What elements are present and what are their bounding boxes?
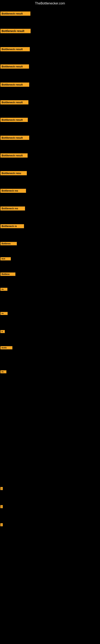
bottleneck-result-badge[interactable]: | bbox=[0, 523, 3, 526]
bottleneck-badge-container: B bbox=[0, 330, 5, 334]
bottleneck-badge-container: Bottle bbox=[0, 346, 12, 350]
bottleneck-badge-container: Bo bbox=[0, 370, 6, 374]
bottleneck-badge-container: Bottleneck result bbox=[0, 82, 29, 88]
bottleneck-badge-container: Bottleneck result bbox=[0, 29, 31, 34]
bottleneck-badge-container: Bottleneck result bbox=[0, 64, 29, 70]
bottleneck-result-badge[interactable]: Bo bbox=[0, 370, 6, 373]
bottleneck-result-badge[interactable]: Bottleneck result bbox=[0, 64, 29, 69]
bottleneck-result-badge[interactable]: B bbox=[0, 330, 5, 333]
bottleneck-badge-container: Bo bbox=[0, 288, 7, 292]
bottleneck-result-badge[interactable]: Bottleneck result bbox=[0, 82, 29, 87]
bottleneck-badge-container: Bottlenec bbox=[0, 242, 17, 246]
bottleneck-result-badge[interactable]: Bottleneck res bbox=[0, 206, 25, 210]
bottleneck-badge-container: Bottleneck result bbox=[0, 153, 28, 158]
bottleneck-badge-container: Bottlene bbox=[0, 272, 15, 277]
bottleneck-result-badge[interactable]: Bottleneck result bbox=[0, 136, 29, 140]
bottleneck-result-badge[interactable]: Bottle bbox=[0, 346, 12, 349]
bottleneck-badge-container: Bo bbox=[0, 312, 8, 316]
bottleneck-badge-container: Bottleneck res bbox=[0, 189, 26, 194]
bottleneck-badge-container: Bott bbox=[0, 257, 11, 261]
bottleneck-result-badge[interactable]: Bottleneck re bbox=[0, 224, 24, 228]
bottleneck-badge-container: Bottleneck result bbox=[0, 100, 28, 105]
bottleneck-result-badge[interactable]: Bottleneck result bbox=[0, 12, 30, 16]
bottleneck-result-badge[interactable]: Bottlenec bbox=[0, 242, 17, 245]
site-title: TheBottlenecker.com bbox=[0, 0, 100, 7]
bottleneck-badge-container: Bottleneck result bbox=[0, 118, 28, 123]
bottleneck-result-badge[interactable]: Bottleneck result bbox=[0, 153, 28, 158]
bottleneck-badge-container: | bbox=[0, 523, 3, 527]
bottleneck-badge-container: Bottleneck result bbox=[0, 12, 30, 16]
bottleneck-result-badge[interactable]: Bottlene bbox=[0, 272, 15, 276]
bottleneck-result-badge[interactable]: Bottleneck result bbox=[0, 118, 28, 122]
bottleneck-result-badge[interactable]: | bbox=[0, 487, 3, 490]
bottleneck-result-badge[interactable]: Bottleneck result bbox=[0, 100, 28, 104]
bottleneck-result-badge[interactable]: Bottleneck resu bbox=[0, 171, 27, 175]
bottleneck-badge-container: | bbox=[0, 487, 3, 491]
bottleneck-badge-container: Bottleneck resu bbox=[0, 171, 27, 176]
bottleneck-result-badge[interactable]: Bottleneck result bbox=[0, 47, 30, 51]
bottleneck-badge-container: Bottleneck result bbox=[0, 47, 30, 52]
bottleneck-badge-container: Bottleneck re bbox=[0, 224, 24, 229]
bottleneck-result-badge[interactable]: Bo bbox=[0, 312, 8, 315]
bottleneck-badge-container: Bottleneck res bbox=[0, 206, 25, 211]
bottleneck-badge-container: | bbox=[0, 505, 3, 509]
bottleneck-result-badge[interactable]: Bottleneck result bbox=[0, 29, 31, 33]
bottleneck-result-badge[interactable]: Bottleneck res bbox=[0, 189, 26, 193]
bottleneck-badge-container: Bottleneck result bbox=[0, 136, 29, 141]
bottleneck-result-badge[interactable]: Bott bbox=[0, 257, 11, 260]
bottleneck-result-badge[interactable]: Bo bbox=[0, 288, 7, 291]
bottleneck-result-badge[interactable]: | bbox=[0, 505, 3, 508]
